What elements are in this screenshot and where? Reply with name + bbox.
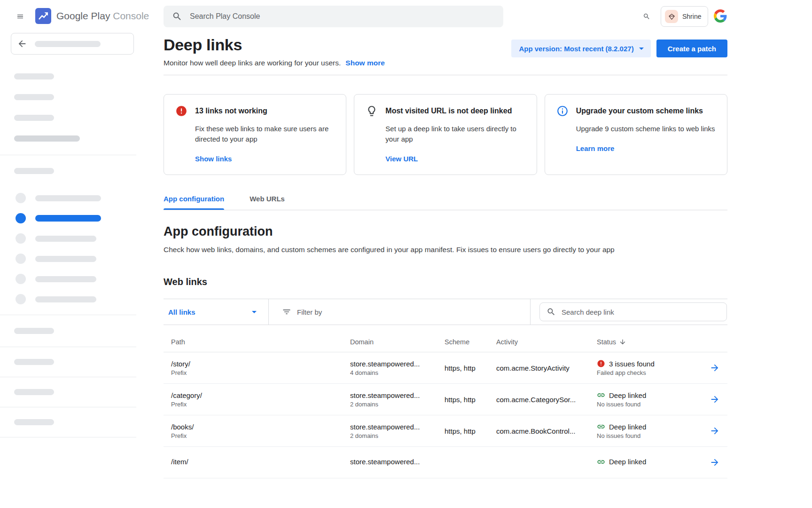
table-header-row: Path Domain Scheme Activity Status	[164, 325, 727, 352]
sidebar-item	[16, 274, 136, 284]
domain-value: store.steampowered...	[350, 458, 445, 466]
card-body: Upgrade 9 custom scheme links to web lin…	[576, 124, 716, 134]
tab-web-urls[interactable]: Web URLs	[250, 195, 285, 210]
menu-button[interactable]	[14, 10, 27, 23]
google-logo-icon	[714, 9, 727, 23]
app-version-dropdown[interactable]: App version: Most recent (8.2.027)	[511, 40, 650, 57]
column-header-activity[interactable]: Activity	[496, 338, 597, 346]
main-content: Deep links Monitor how well deep links a…	[164, 33, 727, 478]
table-body: /story/ Prefix store.steampowered... 4 d…	[164, 352, 727, 478]
skeleton-circle	[16, 233, 26, 244]
path-type: Prefix	[171, 369, 350, 376]
domain-value: store.steampowered...	[350, 360, 445, 368]
app-switcher-chip[interactable]: Shrine	[661, 6, 708, 27]
skeleton-bar	[14, 135, 80, 142]
skeleton-bar	[35, 236, 96, 242]
deep-link-search-input[interactable]	[561, 308, 720, 317]
section-description: Check how web links, domains, and custom…	[164, 246, 727, 254]
skeleton-bar	[14, 115, 54, 121]
status-text: Deep linked	[609, 458, 646, 466]
status-icon	[597, 458, 605, 466]
page-subtitle: Monitor how well deep links are working …	[164, 59, 341, 67]
search-icon	[547, 307, 556, 317]
status-detail: Failed app checks	[597, 369, 710, 376]
domain-value: store.steampowered...	[350, 391, 445, 399]
play-console-app: Google Play Console Shrine	[0, 0, 812, 508]
row-detail-button[interactable]	[710, 363, 727, 373]
deep-link-search[interactable]	[539, 302, 727, 321]
deep-link-icon	[597, 422, 605, 431]
skeleton-bar	[14, 359, 54, 365]
show-links-link[interactable]: Show links	[195, 155, 232, 163]
topbar-search-button[interactable]	[640, 10, 653, 23]
row-detail-button[interactable]	[710, 457, 727, 468]
sidebar-divider	[0, 437, 136, 437]
view-url-link[interactable]: View URL	[385, 155, 418, 163]
insight-card-links-not-working: 13 links not working Fix these web links…	[164, 94, 346, 175]
status-icon	[597, 359, 605, 368]
skeleton-bar	[14, 94, 54, 100]
app-selector[interactable]	[11, 33, 134, 55]
path-cell: /books/ Prefix	[171, 423, 350, 439]
column-header-domain[interactable]: Domain	[350, 338, 445, 346]
app-version-label: App version: Most recent (8.2.027)	[519, 45, 633, 53]
row-detail-button[interactable]	[710, 426, 727, 436]
deep-link-search-section	[530, 299, 727, 325]
filter-by-button[interactable]: Filter by	[269, 299, 530, 325]
activity-value: com.acme.BookControl...	[496, 427, 597, 435]
sidebar-divider	[0, 347, 136, 347]
row-detail-button[interactable]	[710, 394, 727, 405]
domain-value: store.steampowered...	[350, 423, 445, 431]
global-search-input[interactable]	[189, 12, 495, 21]
links-filter-value: All links	[168, 308, 195, 316]
table-row[interactable]: /story/ Prefix store.steampowered... 4 d…	[164, 352, 727, 384]
filter-icon	[282, 307, 291, 317]
status-cell: Deep linked No issues found	[597, 391, 710, 408]
card-body: Fix these web links to make sure users a…	[195, 124, 335, 144]
global-search[interactable]	[164, 6, 503, 27]
sidebar-divider	[0, 407, 136, 407]
table-row[interactable]: /item/ store.steampowered... Deep linked	[164, 447, 727, 478]
active-item-dot	[16, 213, 26, 223]
skeleton-circle	[16, 254, 26, 264]
column-header-status[interactable]: Status	[597, 338, 710, 346]
status-cell: Deep linked	[597, 458, 710, 468]
app-chip-label: Shrine	[682, 13, 701, 20]
card-body: Set up a deep link to take users directl…	[385, 124, 525, 144]
card-title: Upgrade your custom scheme links	[576, 107, 703, 115]
status-icon	[597, 391, 605, 399]
play-console-logo-icon	[35, 8, 51, 24]
links-filter-dropdown[interactable]: All links	[164, 299, 269, 325]
active-item-bar	[35, 215, 101, 222]
sidebar-item-active[interactable]	[16, 213, 136, 223]
domain-cell: store.steampowered... 4 domains	[350, 360, 445, 376]
scheme-value: https, http	[445, 364, 496, 372]
skeleton-bar	[35, 41, 101, 47]
activity-value: com.acme.StoryActivity	[496, 364, 597, 372]
sidebar	[0, 33, 136, 508]
google-account-avatar[interactable]	[713, 9, 727, 23]
skeleton-bar	[14, 73, 54, 79]
search-icon	[172, 11, 182, 22]
status-cell: 3 issues found Failed app checks	[597, 359, 710, 376]
lightbulb-icon	[366, 105, 378, 117]
skeleton-bar	[35, 296, 96, 302]
table-row[interactable]: /books/ Prefix store.steampowered... 2 d…	[164, 415, 727, 447]
create-patch-button[interactable]: Create a patch	[656, 40, 727, 57]
scheme-value: https, http	[445, 427, 496, 435]
path-cell: /story/ Prefix	[171, 360, 350, 376]
column-header-actions	[710, 338, 727, 346]
table-row[interactable]: /category/ Prefix store.steampowered... …	[164, 384, 727, 415]
info-icon	[556, 105, 569, 117]
column-header-path[interactable]: Path	[171, 338, 350, 346]
play-console-logo: Google Play Console	[35, 8, 149, 24]
tab-bar: App configuration Web URLs	[164, 195, 727, 210]
tab-app-configuration[interactable]: App configuration	[164, 195, 224, 210]
show-more-link[interactable]: Show more	[345, 59, 385, 67]
learn-more-link[interactable]: Learn more	[576, 144, 615, 152]
insight-cards: 13 links not working Fix these web links…	[164, 94, 727, 175]
column-header-scheme[interactable]: Scheme	[445, 338, 496, 346]
hamburger-icon	[16, 11, 24, 22]
logo-text-primary: Google Play	[56, 10, 110, 21]
skeleton-circle	[16, 274, 26, 284]
